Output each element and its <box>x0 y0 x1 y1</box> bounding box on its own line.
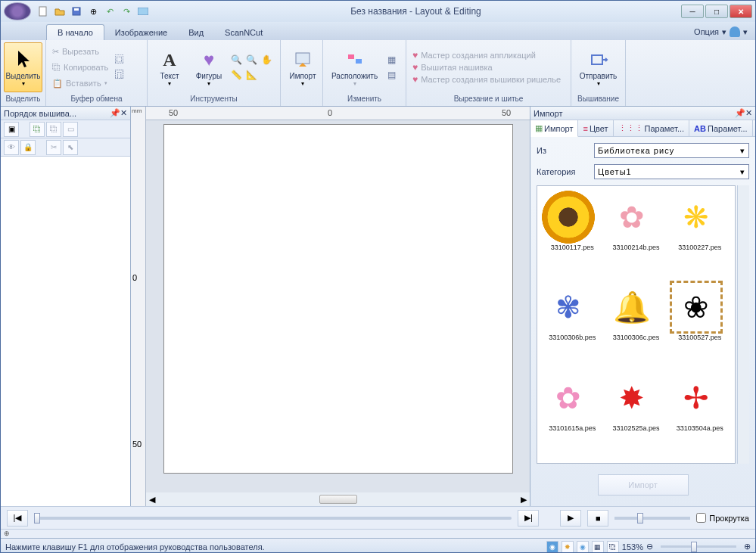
gallery-item[interactable]: ✿33100214b.pes <box>605 191 666 278</box>
rtab-color[interactable]: ≡Цвет <box>578 120 613 136</box>
align-icon-1[interactable]: ▦ <box>384 53 398 67</box>
play-button[interactable]: ▶ <box>560 510 581 527</box>
qat-grid[interactable]: ⊕ <box>86 4 101 19</box>
tool-scissors[interactable]: ✂ <box>46 140 61 155</box>
tool-select-all[interactable]: ▣ <box>4 122 19 137</box>
pin-icon[interactable]: 📌 <box>110 108 120 118</box>
scroll-checkbox[interactable]: Прокрутка <box>696 513 749 523</box>
view-mode-4[interactable]: ▦ <box>592 541 604 553</box>
gallery-item[interactable]: ✸33102525a.pes <box>605 371 666 458</box>
zoom-slider[interactable] <box>661 545 736 548</box>
tab-home[interactable]: В начало <box>46 24 104 40</box>
view-mode-1[interactable]: ◉ <box>546 541 558 553</box>
tool-padlock[interactable]: 🔒 <box>20 140 36 155</box>
svg-rect-7 <box>592 55 602 64</box>
svg-rect-0 <box>39 7 46 16</box>
zoom-in-icon[interactable]: 🔍 <box>229 53 243 67</box>
view-mode-3[interactable]: ◉ <box>577 541 589 553</box>
app-logo[interactable] <box>4 2 31 20</box>
pin-icon[interactable]: 📌 <box>735 108 745 118</box>
qat-view[interactable] <box>135 4 151 19</box>
paste-icon: 📋 <box>52 79 63 89</box>
speed-slider[interactable] <box>614 517 690 520</box>
design-canvas[interactable] <box>164 125 512 473</box>
option-menu[interactable]: Опция▾▾ <box>686 23 755 40</box>
gallery-item[interactable]: ✾33100306b.pes <box>542 281 602 368</box>
icon-extra-2[interactable]: ⿵ <box>113 68 126 82</box>
tool-group[interactable]: ⿻ <box>30 122 45 137</box>
rtab-params1[interactable]: ⋮⋮⋮Парамет... <box>614 120 690 136</box>
maximize-button[interactable]: □ <box>705 5 728 18</box>
skip-end-button[interactable]: ▶| <box>518 510 539 527</box>
svg-rect-2 <box>74 8 79 11</box>
close-panel-icon[interactable]: ✕ <box>745 108 752 118</box>
rtab-params2[interactable]: ABПарамет... <box>689 120 752 136</box>
gallery-thumb: 🔔 <box>605 281 658 334</box>
align-icon-2[interactable]: ▤ <box>384 68 398 82</box>
wizard-richelieu[interactable]: ♥Мастер создания вышивки ришелье <box>412 74 561 85</box>
qat-open[interactable] <box>52 4 67 19</box>
wizard-applique[interactable]: ♥Мастер создания аппликаций <box>412 50 561 61</box>
gallery-item[interactable]: ❋33100227.pes <box>670 191 730 278</box>
horizontal-scrollbar[interactable]: ◀▶ <box>146 492 530 506</box>
gallery-scrollbar[interactable] <box>737 185 749 464</box>
playback-slider[interactable] <box>34 517 512 520</box>
ribbon-tabs: В начало Изображение Вид ScanNCut Опция▾… <box>1 22 755 40</box>
ruler-icon[interactable]: 📐 <box>244 68 258 82</box>
gallery-item[interactable]: ❀33100527.pes <box>670 281 730 368</box>
close-panel-icon[interactable]: ✕ <box>120 108 127 118</box>
close-button[interactable]: ✕ <box>730 5 752 18</box>
gallery-filename: 33103504a.pes <box>670 424 730 432</box>
select-button[interactable]: Выделить ▾ <box>4 42 42 92</box>
zoom-out-icon[interactable]: 🔍 <box>244 53 258 67</box>
qat-save[interactable] <box>69 4 84 19</box>
arrange-button[interactable]: Расположить▾ <box>326 42 383 92</box>
quick-access-toolbar: ⊕ ↶ ↷ <box>36 4 151 19</box>
qat-undo[interactable]: ↶ <box>102 4 117 19</box>
send-button[interactable]: Отправить▾ <box>574 42 622 92</box>
tool-eye[interactable]: 👁 <box>4 140 19 155</box>
icon-extra-1[interactable]: ⿴ <box>113 53 126 67</box>
tab-image[interactable]: Изображение <box>104 25 178 40</box>
paste-button[interactable]: 📋Вставить▾ <box>49 76 111 91</box>
shapes-button[interactable]: ♥ Фигуры▾ <box>190 42 228 92</box>
canvas-viewport[interactable] <box>146 120 530 492</box>
qat-redo[interactable]: ↷ <box>119 4 134 19</box>
copy-button[interactable]: ⿻Копировать <box>49 60 111 75</box>
category-select[interactable]: Цветы1▾ <box>594 164 749 179</box>
expand-row[interactable]: ⊕ <box>1 529 755 538</box>
from-select[interactable]: Библиотека рису▾ <box>594 143 749 158</box>
zoom-out-button[interactable]: ⊖ <box>646 542 653 551</box>
qat-new[interactable] <box>36 4 51 19</box>
text-button[interactable]: A Текст▾ <box>151 42 188 92</box>
copy-icon: ⿻ <box>52 63 61 72</box>
send-icon <box>589 48 608 72</box>
import-design-button[interactable]: Импорт <box>598 474 689 496</box>
stitch-order-list[interactable] <box>1 157 130 506</box>
gallery-item[interactable]: 33100117.pes <box>542 191 602 278</box>
zoom-value: 153% <box>622 542 643 551</box>
tab-view[interactable]: Вид <box>178 25 214 40</box>
import-button[interactable]: Импорт▾ <box>284 42 322 92</box>
zoom-in-button[interactable]: ⊕ <box>744 542 751 551</box>
stop-button[interactable]: ■ <box>587 510 608 527</box>
measure-icon[interactable]: 📏 <box>229 68 243 82</box>
tool-ungroup[interactable]: ⿻ <box>46 122 61 137</box>
svg-rect-3 <box>138 8 148 15</box>
skip-start-button[interactable]: |◀ <box>7 510 28 527</box>
gallery-item[interactable]: 🔔33100306c.pes <box>605 281 666 368</box>
gallery-item[interactable]: ✢33103504a.pes <box>670 371 730 458</box>
minimize-button[interactable]: ─ <box>681 5 704 18</box>
pan-icon[interactable]: ✋ <box>260 53 273 67</box>
tool-lock[interactable]: ▭ <box>63 122 78 137</box>
cut-button[interactable]: ✂Вырезать <box>49 44 111 59</box>
gallery-filename: 33100117.pes <box>542 244 602 251</box>
gallery-item[interactable]: ✿33101615a.pes <box>542 371 602 458</box>
view-mode-5[interactable]: ⿻ <box>607 541 619 553</box>
view-mode-2[interactable]: ✸ <box>562 541 574 553</box>
tool-pointer[interactable]: ⬉ <box>63 140 78 155</box>
rtab-import[interactable]: ▦Импорт <box>530 120 578 137</box>
gallery-filename: 33102525a.pes <box>605 424 666 432</box>
wizard-patch[interactable]: ♥Вышитая нашивка <box>412 62 561 73</box>
tab-scanncut[interactable]: ScanNCut <box>214 25 273 40</box>
